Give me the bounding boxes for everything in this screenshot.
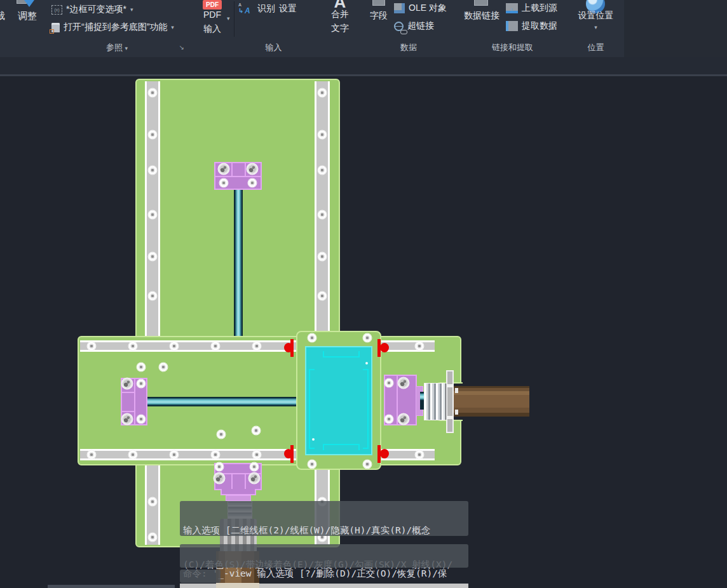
set-location-button[interactable]: 设置位置 ▾ [567,0,624,37]
ribbon-panel-partial: 裁 调整 [0,0,47,57]
data-link-button[interactable]: 数据链接 [461,0,502,37]
moving-table[interactable] [296,331,381,470]
frame-option-button[interactable]: (x) *边框可变选项* ▾ [51,4,133,15]
pdf-recognize-row: A ↳ A 识别 设置 [238,3,297,15]
settings-button[interactable]: 设置 [279,3,297,15]
pdf-import-button[interactable]: PDF PDF ▾ 输入 [193,0,232,37]
flexible-coupling-right[interactable] [424,383,445,420]
hyperlink-label: 超链接 [407,20,434,32]
snap-underlay-button[interactable]: 打开“捕捉到参考底图”功能 ▾ [51,22,174,33]
field-button[interactable]: 字段 [365,0,393,37]
screw-small [212,342,220,351]
screw-small [149,292,157,300]
screw-small [149,533,157,542]
screw-small [212,451,220,459]
extract-data-button[interactable]: 提取数据 [506,20,557,32]
chevron-down-icon[interactable]: ▾ [171,24,174,30]
screw-small [129,342,137,351]
merge-label-1: 合并 [323,9,357,20]
screw-large [121,413,133,425]
command-input[interactable]: 命令: [180,570,221,583]
command-history[interactable]: 命令: '_-view 输入选项 [?/删除(D)/正交(O)/恢复(R)/保 … [180,544,468,568]
screw-small [217,431,226,439]
screw-small [170,342,179,351]
field-label: 字段 [365,10,393,22]
pdf-import-label-2: 输入 [193,23,232,35]
screw-large [218,163,230,175]
screw-large [248,472,261,484]
screw-small [248,179,257,187]
screw-small [88,342,96,351]
set-location-label: 设置位置 [567,10,624,22]
upload-label: 上载到源 [522,3,557,14]
screw-small [149,89,157,97]
screw-large [398,377,410,389]
pdf-import-label-1: PDF [193,10,232,20]
screw-large [214,472,226,484]
hyperlink-button[interactable]: 超链接 [394,20,434,32]
snap-underlay-icon [51,23,60,32]
screw-small [308,334,316,342]
ball-screw-horizontal[interactable] [147,397,297,406]
data-link-icon [474,0,488,6]
screw-small [149,498,157,506]
dock-edge-left [48,585,175,588]
recognize-button[interactable]: 识别 [257,3,275,15]
ribbon-empty-area [624,0,727,57]
ribbon-panel-location: 设置位置 ▾ 位置 [567,0,625,57]
chevron-down-icon[interactable]: ▾ [227,15,230,22]
command-prompt-options[interactable]: 输入选项 [二维线框(2)/线框(W)/隐藏(H)/真实(R)/概念 (C)/着… [180,501,468,536]
coupler-hub-bottom [226,495,251,501]
clamp-red-bottom-left[interactable] [284,445,296,463]
screw-small [318,89,327,97]
frame-variable-icon: (x) [51,5,62,15]
chevron-down-icon: ▾ [125,45,128,51]
ribbon-panel-import: PDF PDF ▾ 输入 A ↳ A 识别 设置 A 合并 文字 输入 [187,0,360,57]
merge-text-button[interactable]: A 合并 文字 [323,0,357,37]
ribbon-panel-link: 数据链接 ↑ 上载到源 提取数据 链接和提取 [458,0,568,57]
clamp-red-bottom-right[interactable] [377,445,389,463]
data-link-label: 数据链接 [461,10,502,22]
screw-small [253,451,261,459]
panel-title-reference[interactable]: 参照 ▾ [46,42,187,53]
carriage-bottom-foot [221,489,256,495]
drawing-canvas[interactable]: 输入选项 [二维线框(2)/线框(W)/隐藏(H)/真实(R)/概念 (C)/着… [0,76,727,588]
screw-small [308,460,316,469]
linear-rail-vertical-right[interactable] [315,81,330,545]
ole-object-button[interactable]: OLE 对象 [394,3,447,14]
linear-rail-vertical-left[interactable] [145,81,160,545]
panel-title-link[interactable]: 链接和提取 [458,42,567,53]
screw-large [398,413,410,425]
pdf-icon: PDF [203,0,222,10]
ribbon-panel-reference: (x) *边框可变选项* ▾ 打开“捕捉到参考底图”功能 ▾ 参照 ▾ ↘ [46,0,188,57]
motor-right[interactable] [454,386,529,417]
screw-small [416,451,424,459]
panel-title-import[interactable]: 输入 [187,42,360,53]
screw-small [149,211,157,219]
ole-icon [394,3,405,13]
screw-small [364,334,372,342]
screw-small [170,451,179,459]
clamp-red-top-left[interactable] [284,339,296,357]
screw-small [88,451,96,459]
ball-screw-vertical[interactable] [234,190,243,336]
panel-title-data[interactable]: 数据 [360,42,458,53]
table-window[interactable] [305,346,372,455]
panel-title-location[interactable]: 位置 [567,42,624,53]
ole-label: OLE 对象 [409,3,447,14]
upload-icon: ↑ [506,3,518,13]
dialog-launcher-icon[interactable]: ↘ [179,44,184,51]
extract-label: 提取数据 [522,20,557,32]
screw-small [364,460,372,469]
upload-source-button[interactable]: ↑ 上载到源 [506,3,557,14]
adjust-button[interactable]: 调整 [18,10,37,22]
screw-small [149,131,157,139]
ribbon: 裁 调整 (x) *边框可变选项* ▾ 打开“捕捉到参考底图”功能 ▾ 参照 ▾… [0,0,727,57]
screw-large [121,378,133,390]
chevron-down-icon[interactable]: ▾ [130,6,133,13]
screw-small [318,131,327,139]
motor-bracket[interactable] [446,370,454,433]
clip-button[interactable]: 裁 [0,10,5,22]
command-dock-edge[interactable] [180,584,468,588]
clamp-red-top-right[interactable] [377,339,389,357]
